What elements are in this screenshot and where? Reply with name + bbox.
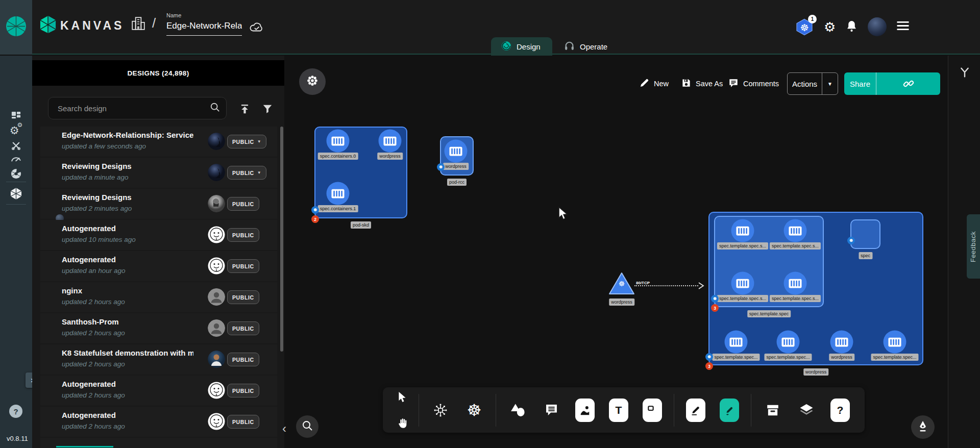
save-icon: [681, 78, 691, 89]
pen-nib-icon: [917, 420, 929, 434]
layers-icon[interactable]: [796, 398, 817, 422]
comments-button[interactable]: Comments: [728, 77, 779, 91]
design-author-avatar: [208, 413, 225, 430]
design-list-item[interactable]: Reviewing Designsupdated 2 minutes agoPU…: [40, 189, 277, 219]
flask-y-icon[interactable]: [959, 67, 970, 80]
shapes-icon[interactable]: [507, 398, 528, 422]
design-search-input[interactable]: [57, 104, 210, 113]
tab-operate[interactable]: Operate: [554, 37, 620, 56]
edge-line[interactable]: [634, 285, 698, 286]
container-node[interactable]: [731, 219, 754, 242]
feedback-tab[interactable]: Feedback: [967, 214, 980, 279]
settings-gear-icon[interactable]: ⚙: [824, 20, 836, 34]
chevron-down-icon: ▼: [257, 170, 262, 175]
container-node[interactable]: [731, 271, 754, 295]
operate-tab-label: Operate: [580, 42, 607, 51]
container-node[interactable]: [883, 330, 906, 354]
pan-icon[interactable]: [392, 413, 412, 433]
tab-design[interactable]: Design: [491, 37, 552, 56]
design-list-item[interactable]: nginxupdated 2 hours agoPUBLIC: [40, 282, 277, 312]
comment-icon[interactable]: [541, 398, 561, 422]
copy-link-icon[interactable]: [876, 78, 940, 89]
frame-icon[interactable]: [642, 398, 663, 422]
user-avatar[interactable]: [868, 17, 887, 36]
designs-panel-title: DESIGNS (24,898): [32, 60, 284, 86]
container-node[interactable]: [326, 129, 350, 153]
actions-button[interactable]: Actions ▼: [787, 72, 838, 95]
sidebar-logo-button[interactable]: [0, 0, 32, 55]
toolkit-icon[interactable]: [0, 140, 32, 151]
design-visibility-chip[interactable]: PUBLIC: [227, 384, 259, 397]
design-updated: updated a minute ago: [62, 173, 129, 181]
filter-icon[interactable]: [260, 101, 275, 116]
collapse-panel-chevron[interactable]: ‹: [282, 421, 286, 436]
design-name-field[interactable]: Name Edge-Network-Relatio: [166, 12, 242, 36]
new-design-button[interactable]: New: [640, 77, 669, 91]
design-author-avatar: [208, 351, 225, 368]
design-visibility-chip[interactable]: PUBLIC: [227, 197, 259, 211]
kubernetes-context-button[interactable]: ☸ 1: [795, 18, 814, 36]
select-icon[interactable]: [392, 387, 412, 407]
design-visibility-chip[interactable]: PUBLIC: [227, 259, 259, 273]
design-visibility-chip[interactable]: PUBLIC: [227, 321, 259, 335]
design-visibility-chip[interactable]: PUBLIC▼: [227, 166, 266, 180]
performance-gauge-icon[interactable]: [0, 154, 32, 163]
share-label: Share: [844, 80, 876, 88]
container-node[interactable]: [444, 139, 468, 163]
kanvas-brand[interactable]: KANVAS: [40, 15, 124, 36]
dashboard-icon[interactable]: [0, 111, 32, 121]
organization-icon[interactable]: [131, 15, 146, 34]
lifecycle-gears-icon[interactable]: ⚙⚙: [0, 125, 32, 136]
design-name: nginx: [62, 286, 193, 295]
chevron-down-icon[interactable]: ▼: [822, 81, 838, 87]
k8s-group-spec[interactable]: [850, 219, 880, 249]
kanvas-hexagon-icon[interactable]: [0, 187, 32, 200]
design-visibility-chip[interactable]: PUBLIC: [227, 228, 259, 242]
design-visibility-chip[interactable]: PUBLIC: [227, 353, 259, 366]
container-node[interactable]: [776, 330, 800, 354]
upload-design-icon[interactable]: [237, 101, 252, 116]
hamburger-menu-icon[interactable]: [897, 21, 909, 32]
notifications-bell-icon[interactable]: [846, 20, 857, 34]
design-list-item[interactable]: Autogeneratedupdated 10 minutes agoPUBLI…: [40, 220, 277, 250]
design-visibility-chip[interactable]: PUBLIC: [227, 415, 259, 429]
container-node[interactable]: [326, 182, 350, 205]
edge-port-label: 80/TCP: [636, 281, 650, 285]
service-triangle-node[interactable]: ☸: [608, 271, 635, 296]
design-list-item[interactable]: Santhosh-Promupdated 2 hours agoPUBLIC: [40, 313, 277, 343]
design-list-item[interactable]: Autogeneratedupdated 2 hours agoPUBLIC: [40, 407, 277, 437]
svg-text:☸: ☸: [800, 22, 808, 33]
container-node[interactable]: [783, 271, 807, 295]
canvas-view-toggle-button[interactable]: [299, 68, 326, 95]
help-button[interactable]: ?: [9, 405, 22, 418]
save-as-button[interactable]: Save As: [681, 77, 723, 91]
zoom-button[interactable]: [296, 415, 318, 438]
pen-nib-button[interactable]: [911, 415, 935, 439]
design-list-item[interactable]: Edge-Network-Relationship: Serviceupdate…: [40, 127, 277, 157]
kubernetes-library-icon[interactable]: ☸: [464, 398, 484, 422]
pen-icon[interactable]: [685, 398, 706, 422]
design-list-item[interactable]: Reviewing Designsupdated a minute agoPUB…: [40, 158, 277, 188]
rail-divider: [6, 204, 26, 205]
marker-icon[interactable]: [719, 398, 740, 422]
help-icon[interactable]: ?: [830, 398, 850, 422]
text-icon[interactable]: T: [608, 398, 629, 422]
container-node[interactable]: [783, 219, 807, 242]
design-list-item[interactable]: K8 Statefulset demonstration with moupda…: [40, 344, 277, 375]
list-scrollbar[interactable]: [280, 127, 283, 352]
design-list-item[interactable]: Autogeneratedupdated 2 hours agoPUBLIC: [40, 376, 277, 406]
design-list-item[interactable]: Autogeneratedupdated an hour agoPUBLIC: [40, 251, 277, 281]
shapes-library-icon[interactable]: [430, 398, 451, 422]
media-icon[interactable]: [575, 398, 595, 422]
help-question-mark: ?: [13, 407, 18, 416]
container-node[interactable]: [378, 129, 402, 153]
design-search-box: [48, 97, 227, 119]
design-visibility-chip[interactable]: PUBLIC▼: [227, 135, 266, 148]
share-button[interactable]: Share: [844, 72, 940, 95]
drawer-icon[interactable]: [763, 398, 783, 422]
container-node[interactable]: [830, 330, 853, 354]
container-node[interactable]: [724, 330, 748, 354]
design-updated: updated an hour ago: [62, 267, 126, 275]
design-visibility-chip[interactable]: PUBLIC: [227, 290, 259, 304]
mesh-adapter-icon[interactable]: [0, 168, 32, 180]
